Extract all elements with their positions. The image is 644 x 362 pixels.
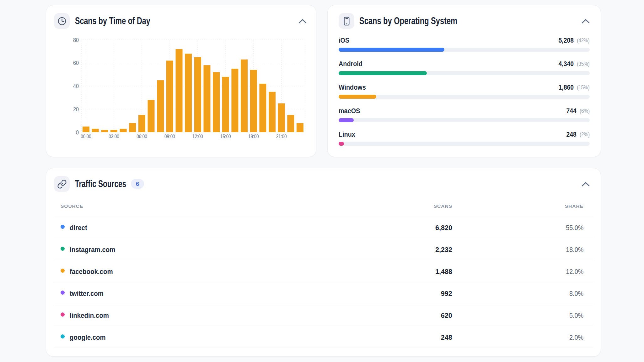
svg-text:80: 80 [73,37,79,43]
svg-text:00:00: 00:00 [81,134,91,139]
svg-text:21:00: 21:00 [276,134,287,139]
svg-text:06:00: 06:00 [137,134,147,139]
svg-text:20: 20 [73,106,79,113]
svg-text:15:00: 15:00 [220,134,231,139]
svg-text:40: 40 [73,83,79,89]
svg-text:18:00: 18:00 [248,134,259,139]
svg-text:12:00: 12:00 [192,134,203,139]
svg-text:0: 0 [76,129,79,136]
svg-text:03:00: 03:00 [109,134,119,139]
svg-text:60: 60 [73,60,79,66]
svg-text:09:00: 09:00 [164,134,175,139]
